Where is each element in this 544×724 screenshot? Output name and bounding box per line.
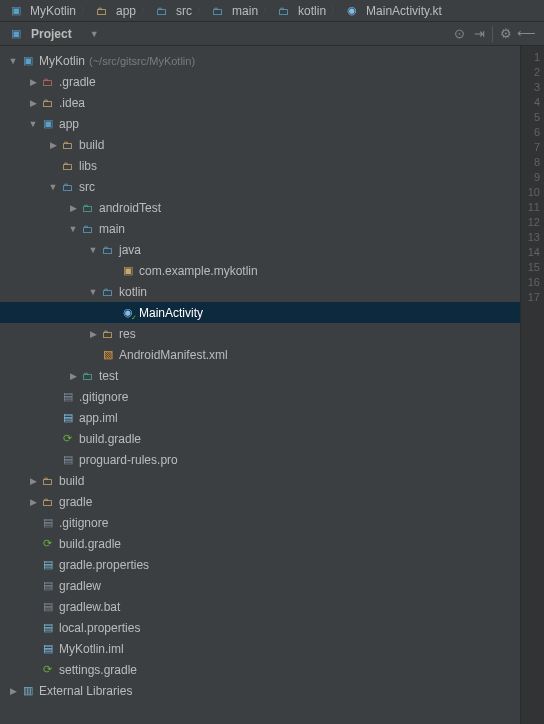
tree-row[interactable]: 🗀src [0,176,520,197]
tree-row[interactable]: ▤app.iml [0,407,520,428]
tree-row[interactable]: 🗀gradle [0,491,520,512]
expand-arrow-icon[interactable] [28,497,38,507]
chevron-right-icon: 〉 [196,4,206,18]
breadcrumb-label: src [176,4,192,18]
tree-row[interactable]: 🗀.gradle [0,71,520,92]
expand-arrow-icon[interactable] [8,686,18,696]
breadcrumb-item[interactable]: 🗀main [206,2,262,19]
tree-row[interactable]: 🗀build [0,470,520,491]
collapse-all-icon[interactable]: ⇥ [469,24,489,44]
breadcrumb-item[interactable]: ◉MainActivity.kt [340,2,446,19]
tree-row[interactable]: 🗀libs [0,155,520,176]
line-number: 16 [521,275,540,290]
tree-row[interactable]: 🗀build [0,134,520,155]
expand-arrow-icon[interactable] [88,287,98,297]
tree-row[interactable]: ▥External Libraries [0,680,520,701]
tree-row[interactable]: ▣com.example.mykotlin [0,260,520,281]
expand-arrow-icon[interactable] [28,98,38,108]
tree-row[interactable]: ▧AndroidManifest.xml [0,344,520,365]
file-icon: ▤ [40,578,55,593]
line-number: 9 [521,170,540,185]
chevron-right-icon: 〉 [140,4,150,18]
hide-icon[interactable]: ⟵ [516,24,536,44]
folder-icon: 🗀 [40,95,55,110]
file-iml-icon: ▤ [40,641,55,656]
file-iml-icon: ▤ [60,410,75,425]
tree-row[interactable]: ▤gradlew [0,575,520,596]
chevron-right-icon: 〉 [262,4,272,18]
expand-arrow-icon[interactable] [68,224,78,234]
tree-row[interactable]: 🗀res [0,323,520,344]
tree-row[interactable]: ◉MainActivity [0,302,520,323]
tree-label: build.gradle [59,537,121,551]
chevron-right-icon: 〉 [330,4,340,18]
tree-row[interactable]: 🗀kotlin [0,281,520,302]
tree-row[interactable]: ⟳settings.gradle [0,659,520,680]
expand-arrow-icon[interactable] [48,140,58,150]
tree-row[interactable]: ▤.gitignore [0,386,520,407]
view-mode-label[interactable]: Project [31,27,72,41]
line-number: 14 [521,245,540,260]
view-mode-dropdown-icon[interactable]: ▼ [90,29,99,39]
tree-label: kotlin [119,285,147,299]
project-view-icon: ▣ [8,26,23,41]
tree-row[interactable]: 🗀main [0,218,520,239]
line-number: 7 [521,140,540,155]
scroll-to-source-icon[interactable]: ⊙ [449,24,469,44]
tree-label: src [79,180,95,194]
tree-label: AndroidManifest.xml [119,348,228,362]
kt-icon: ◉ [120,305,135,320]
breadcrumb-item[interactable]: 🗀kotlin [272,2,330,19]
tree-row[interactable]: 🗀.idea [0,92,520,113]
expand-arrow-icon[interactable] [8,56,18,66]
pkg-icon: ▣ [120,263,135,278]
line-number: 1 [521,50,540,65]
project-icon: ▣ [20,53,35,68]
tree-label: settings.gradle [59,663,137,677]
line-number: 17 [521,290,540,305]
tree-row[interactable]: ⟳build.gradle [0,428,520,449]
expand-arrow-icon[interactable] [28,77,38,87]
tree-row[interactable]: ▤gradlew.bat [0,596,520,617]
project-tree[interactable]: ▣MyKotlin(~/src/gitsrc/MyKotlin)🗀.gradle… [0,46,520,724]
tree-label: gradle [59,495,92,509]
tree-label: MyKotlin [39,54,85,68]
tree-label: res [119,327,136,341]
tree-row[interactable]: 🗀test [0,365,520,386]
tree-row[interactable]: 🗀java [0,239,520,260]
tree-row[interactable]: ⟳build.gradle [0,533,520,554]
tree-row[interactable]: ▤MyKotlin.iml [0,638,520,659]
expand-arrow-icon[interactable] [68,371,78,381]
tree-row[interactable]: ▤gradle.properties [0,554,520,575]
breadcrumb-item[interactable]: ▣MyKotlin [4,2,80,19]
expand-arrow-icon[interactable] [88,329,98,339]
tree-row[interactable]: ▣app [0,113,520,134]
gradle-icon: ⟳ [60,431,75,446]
folder-blue-icon: 🗀 [100,284,115,299]
tree-label: build [59,474,84,488]
tree-label: test [99,369,118,383]
tree-row[interactable]: ▣MyKotlin(~/src/gitsrc/MyKotlin) [0,50,520,71]
tree-row[interactable]: 🗀androidTest [0,197,520,218]
expand-arrow-icon[interactable] [28,476,38,486]
breadcrumb-label: main [232,4,258,18]
tree-label: MainActivity [139,306,203,320]
line-number: 11 [521,200,540,215]
breadcrumb-bar: ▣MyKotlin〉🗀app〉🗀src〉🗀main〉🗀kotlin〉◉MainA… [0,0,544,22]
folder-blue-icon: 🗀 [154,3,169,18]
folder-blue-icon: 🗀 [276,3,291,18]
breadcrumb-item[interactable]: 🗀app [90,2,140,19]
tree-row[interactable]: ▤local.properties [0,617,520,638]
project-icon: ▣ [8,3,23,18]
expand-arrow-icon[interactable] [48,182,58,192]
tree-row[interactable]: ▤proguard-rules.pro [0,449,520,470]
tree-row[interactable]: ▤.gitignore [0,512,520,533]
path-suffix: (~/src/gitsrc/MyKotlin) [89,55,195,67]
file-icon: ▤ [60,452,75,467]
breadcrumb-item[interactable]: 🗀src [150,2,196,19]
gear-icon[interactable]: ⚙ [496,24,516,44]
libs-icon: ▥ [20,683,35,698]
expand-arrow-icon[interactable] [88,245,98,255]
expand-arrow-icon[interactable] [68,203,78,213]
expand-arrow-icon[interactable] [28,119,38,129]
